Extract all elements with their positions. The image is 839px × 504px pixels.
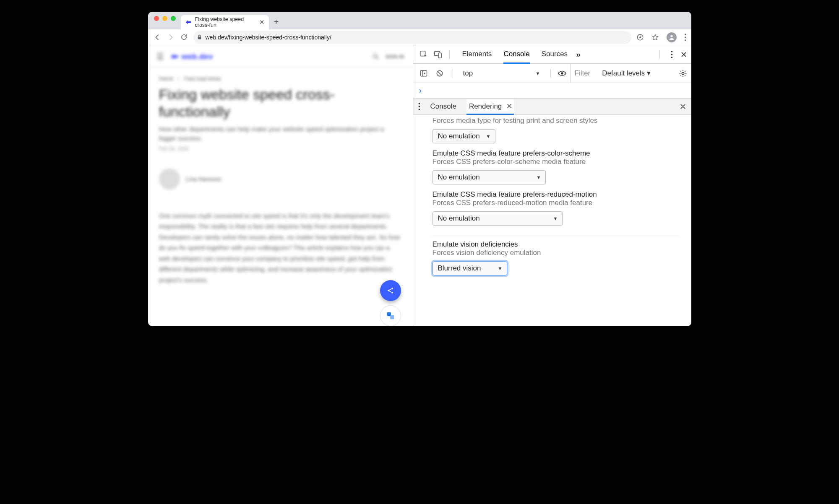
drawer-tab-bar: Console Rendering ✕ xyxy=(413,98,691,115)
color-scheme-title: Emulate CSS media feature prefers-color-… xyxy=(433,149,679,158)
maximize-window-icon[interactable] xyxy=(171,16,176,21)
svg-point-16 xyxy=(671,54,672,55)
breadcrumb-section[interactable]: Fast load times xyxy=(184,75,221,82)
favicon-icon xyxy=(185,19,192,26)
breadcrumb-separator: › xyxy=(178,75,180,82)
svg-point-8 xyxy=(391,288,393,289)
media-type-desc: Forces media type for testing print and … xyxy=(433,117,679,125)
lock-icon xyxy=(197,34,202,40)
url-field[interactable]: web.dev/fixing-website-speed-cross-funct… xyxy=(193,31,631,44)
page-title: Fixing website speed cross-functionally xyxy=(148,82,413,120)
brand-text: web.dev xyxy=(182,52,213,61)
color-scheme-value: No emulation xyxy=(438,173,480,182)
bookmark-star-icon[interactable] xyxy=(651,34,659,41)
color-scheme-select[interactable]: No emulation ▼ xyxy=(433,170,546,184)
svg-point-15 xyxy=(671,51,672,52)
reduced-motion-title: Emulate CSS media feature prefers-reduce… xyxy=(433,190,679,199)
execution-context-select[interactable]: top ▼ xyxy=(460,67,544,80)
svg-point-2 xyxy=(670,35,672,37)
site-brand[interactable]: web.dev xyxy=(170,52,213,61)
drawer-tab-rendering[interactable]: Rendering ✕ xyxy=(466,99,514,115)
publish-date: Feb 28, 2020 xyxy=(148,143,413,152)
console-toolbar: top ▼ Filter Default levels ▾ xyxy=(413,64,691,83)
drawer-tab-console[interactable]: Console xyxy=(430,99,456,114)
drawer-kebab-icon[interactable] xyxy=(418,103,420,110)
svg-point-6 xyxy=(373,54,377,58)
chevron-down-icon: ▼ xyxy=(553,216,558,221)
close-tab-icon[interactable]: ✕ xyxy=(259,18,265,26)
tab-console[interactable]: Console xyxy=(503,46,529,64)
drawer-tab-rendering-label: Rendering xyxy=(469,102,502,110)
devtools-top-tabs: Elements Console Sources » xyxy=(413,45,691,64)
rendering-drawer-body[interactable]: Forces media type for testing print and … xyxy=(413,115,691,326)
new-tab-button[interactable]: + xyxy=(269,17,284,29)
tab-sources[interactable]: Sources xyxy=(542,46,568,63)
close-drawer-tab-icon[interactable]: ✕ xyxy=(506,102,512,110)
breadcrumb-home[interactable]: Home xyxy=(159,75,174,82)
devtools-kebab-icon[interactable] xyxy=(671,51,673,58)
console-sidebar-icon[interactable] xyxy=(417,69,430,78)
devtools-close-icon[interactable] xyxy=(680,51,687,58)
reduced-motion-select[interactable]: No emulation ▼ xyxy=(433,211,563,226)
page-subtitle: How other departments can help make your… xyxy=(148,120,413,143)
author-name[interactable]: Lina Hansson xyxy=(186,176,222,182)
kebab-menu-icon[interactable] xyxy=(684,34,686,41)
reduced-motion-desc: Forces CSS prefers-reduced-motion media … xyxy=(433,199,679,207)
article-body: One common myth connected to site speed … xyxy=(148,190,413,298)
reload-button[interactable] xyxy=(180,34,188,41)
clear-console-icon[interactable] xyxy=(433,69,446,78)
forward-button[interactable] xyxy=(167,34,175,41)
inspect-element-icon[interactable] xyxy=(417,50,430,59)
vision-title: Emulate vision deficiencies xyxy=(433,240,679,249)
media-type-value: No emulation xyxy=(438,132,480,140)
hamburger-menu-icon[interactable]: ☰ xyxy=(156,52,164,62)
address-bar: web.dev/fixing-website-speed-cross-funct… xyxy=(148,29,691,45)
context-value: top xyxy=(463,69,473,78)
log-levels-select[interactable]: Default levels ▾ xyxy=(598,69,651,78)
install-icon[interactable] xyxy=(636,34,644,41)
section-divider xyxy=(433,236,679,236)
window-controls xyxy=(151,16,179,25)
minimize-window-icon[interactable] xyxy=(162,16,167,21)
browser-tab[interactable]: Fixing website speed cross-fun ✕ xyxy=(181,15,269,29)
svg-point-5 xyxy=(684,39,686,41)
tab-strip: Fixing website speed cross-fun ✕ + xyxy=(148,12,691,29)
svg-point-4 xyxy=(684,36,686,38)
console-output: › xyxy=(413,83,691,98)
console-settings-icon[interactable] xyxy=(679,69,687,78)
vision-desc: Forces vision deficiency emulation xyxy=(433,249,679,257)
console-filter-input[interactable]: Filter xyxy=(570,64,595,83)
more-tabs-icon[interactable]: » xyxy=(576,50,581,59)
live-expression-icon[interactable] xyxy=(558,69,567,78)
drawer-close-icon[interactable] xyxy=(680,103,686,110)
reduced-motion-value: No emulation xyxy=(438,214,480,223)
svg-rect-11 xyxy=(390,315,394,319)
share-fab-button[interactable] xyxy=(380,280,401,301)
devtools-panel: Elements Console Sources » top ▼ xyxy=(413,45,691,326)
device-toolbar-icon[interactable] xyxy=(432,50,444,59)
svg-point-3 xyxy=(684,34,686,35)
color-scheme-desc: Forces CSS prefers-color-scheme media fe… xyxy=(433,158,679,166)
vision-deficiency-select[interactable]: Blurred vision ▼ xyxy=(433,261,507,275)
media-type-select[interactable]: No emulation ▼ xyxy=(433,129,495,143)
browser-window: Fixing website speed cross-fun ✕ + web.d… xyxy=(148,12,691,326)
search-icon[interactable] xyxy=(372,53,380,60)
svg-point-23 xyxy=(418,106,420,107)
translate-fab-button[interactable] xyxy=(380,305,401,326)
chevron-down-icon: ▼ xyxy=(486,134,491,139)
svg-point-7 xyxy=(388,290,389,291)
console-prompt-icon: › xyxy=(419,86,422,95)
profile-avatar-icon[interactable] xyxy=(667,32,677,42)
author-avatar-icon xyxy=(159,169,180,190)
close-window-icon[interactable] xyxy=(154,16,159,21)
svg-point-9 xyxy=(391,292,393,294)
vision-value: Blurred vision xyxy=(438,264,481,273)
back-button[interactable] xyxy=(153,34,162,41)
signin-button[interactable]: SIGN IN xyxy=(386,54,404,59)
svg-rect-14 xyxy=(438,53,441,58)
svg-rect-10 xyxy=(387,312,391,316)
tab-title: Fixing website speed cross-fun xyxy=(195,16,256,28)
svg-point-22 xyxy=(418,103,420,104)
web-page-viewport: ☰ web.dev SIGN IN Home › Fast load times… xyxy=(148,45,413,326)
tab-elements[interactable]: Elements xyxy=(462,46,492,63)
